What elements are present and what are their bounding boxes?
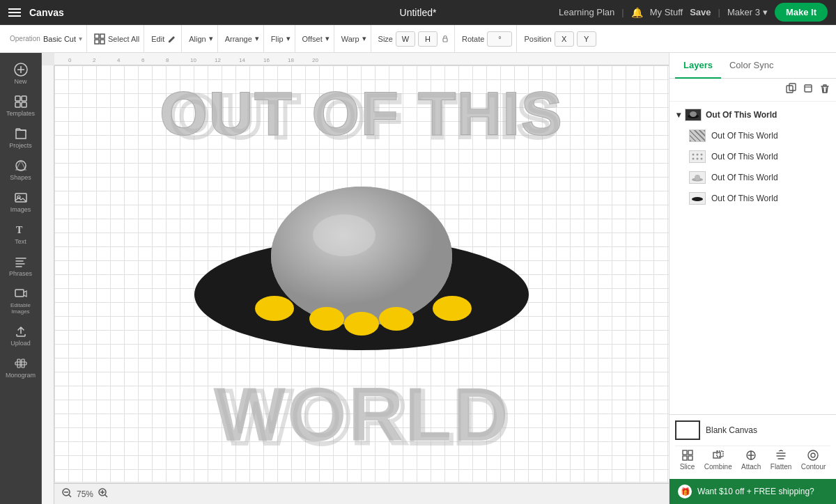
canvas-grid[interactable]: OUT OF THIS OUT OF THIS [54, 65, 669, 482]
zoom-in-button[interactable] [98, 487, 109, 501]
svg-point-55 [692, 197, 703, 201]
phrases-icon [14, 255, 28, 269]
operation-group: Operation Basic Cut ▾ [6, 25, 87, 52]
make-it-button[interactable]: Make It [775, 3, 828, 22]
svg-point-47 [692, 154, 695, 156]
position-group: Position [520, 25, 600, 52]
sidebar-item-phrases[interactable]: Phrases [3, 251, 39, 281]
svg-text:WORLD: WORLD [219, 374, 509, 459]
maker-selector[interactable]: Maker 3 ▾ [727, 7, 768, 17]
bell-icon[interactable]: 🔔 [631, 7, 643, 18]
select-all-label: Select All [108, 35, 139, 43]
svg-point-26 [313, 214, 376, 256]
slice-button[interactable]: Slice [680, 449, 695, 471]
rotate-input[interactable] [487, 31, 512, 47]
size-h-input[interactable] [418, 31, 438, 47]
sidebar-item-new[interactable]: New [3, 58, 39, 89]
offset-group[interactable]: Offset ▾ [298, 25, 334, 52]
hamburger-menu[interactable] [8, 8, 21, 17]
promo-text: Want $10 off + FREE shipping? [697, 487, 814, 496]
editable-images-icon [14, 287, 28, 301]
svg-point-54 [695, 175, 700, 180]
layer-item-0[interactable]: Out Of This World [669, 125, 836, 146]
sidebar-item-text[interactable]: T Text [3, 219, 39, 249]
app-title: Canvas [29, 7, 64, 18]
select-all-group[interactable]: Select All [90, 25, 144, 52]
svg-point-50 [692, 158, 695, 160]
svg-rect-58 [683, 456, 687, 460]
svg-point-46 [690, 111, 697, 117]
left-sidebar: New Templates Projects Shapes Images T T… [0, 53, 42, 504]
sidebar-item-upload[interactable]: Upload [3, 320, 39, 351]
svg-rect-11 [22, 102, 26, 107]
edit-group[interactable]: Edit [147, 25, 182, 52]
sidebar-item-projects[interactable]: Projects [3, 123, 39, 153]
layer-name-1: Out Of This World [711, 152, 829, 162]
attach-button[interactable]: Attach [741, 449, 761, 471]
images-icon [14, 191, 28, 205]
sidebar-item-shapes[interactable]: Shapes [3, 155, 39, 185]
select-all-icon [94, 33, 105, 45]
layer-item-2[interactable]: Out Of This World [669, 167, 836, 188]
learning-plan-link[interactable]: Learning Plan [559, 7, 614, 17]
layer-thumb-1 [689, 150, 706, 163]
svg-point-27 [255, 296, 294, 321]
shapes-icon [14, 159, 28, 173]
sidebar-item-templates[interactable]: Templates [3, 90, 39, 121]
canvas-area[interactable]: 0 2 4 6 8 10 12 14 16 18 20 OUT OF THIS … [42, 53, 669, 504]
svg-point-30 [379, 307, 414, 331]
align-group[interactable]: Align ▾ [185, 25, 217, 52]
contour-button[interactable]: Contour [801, 449, 826, 471]
operation-label: Operation [10, 36, 40, 42]
tab-layers[interactable]: Layers [675, 53, 721, 79]
flatten-button[interactable]: Flatten [771, 449, 792, 471]
operation-val: Basic Cut [43, 35, 76, 43]
svg-rect-17 [15, 290, 24, 297]
layer-group-header[interactable]: ▾ Out Of This World [669, 104, 836, 125]
svg-rect-3 [100, 40, 104, 44]
zoom-bar: 75% [54, 483, 669, 504]
warp-group[interactable]: Warp ▾ [337, 25, 371, 52]
combine-button[interactable]: Combine [704, 449, 732, 471]
arrange-group[interactable]: Arrange ▾ [221, 25, 264, 52]
promo-banner[interactable]: 🎁 Want $10 off + FREE shipping? [669, 479, 836, 504]
ruler-top: 0 2 4 6 8 10 12 14 16 18 20 [54, 53, 669, 65]
svg-rect-4 [443, 38, 447, 42]
rotate-group: Rotate [458, 25, 517, 52]
save-link[interactable]: Save [690, 7, 711, 17]
panel-copy-button[interactable] [803, 83, 814, 97]
flip-group[interactable]: Flip ▾ [267, 25, 295, 52]
offset-label: Offset [302, 35, 323, 43]
blank-canvas-thumb [675, 420, 700, 440]
layer-name-0: Out Of This World [711, 131, 829, 141]
layer-item-3[interactable]: Out Of This World [669, 188, 836, 209]
svg-rect-9 [22, 96, 26, 101]
tab-color-sync[interactable]: Color Sync [721, 53, 782, 79]
toolbar: Operation Basic Cut ▾ Select All Edit Al… [0, 25, 836, 53]
zoom-level: 75% [77, 489, 93, 499]
sidebar-item-monogram[interactable]: Monogram [3, 352, 39, 383]
layer-thumb-3 [689, 192, 706, 205]
position-x-input[interactable] [555, 31, 574, 47]
layers-list: ▾ Out Of This World Out Of This World Ou… [669, 102, 836, 414]
zoom-out-button[interactable] [61, 487, 72, 501]
layer-item-1[interactable]: Out Of This World [669, 146, 836, 167]
sidebar-item-editable-images[interactable]: Editable Images [3, 283, 39, 319]
my-stuff-link[interactable]: My Stuff [650, 7, 683, 17]
svg-point-49 [701, 154, 703, 156]
position-label: Position [524, 35, 551, 43]
size-w-input[interactable] [396, 31, 415, 47]
svg-point-31 [433, 296, 472, 321]
sidebar-item-images[interactable]: Images [3, 187, 39, 217]
svg-rect-56 [683, 450, 687, 455]
svg-rect-8 [15, 96, 20, 101]
position-y-input[interactable] [577, 31, 596, 47]
panel-duplicate-button[interactable] [786, 83, 797, 97]
upload-icon [14, 324, 28, 338]
layer-thumb-0 [689, 129, 706, 142]
svg-text:🎁: 🎁 [681, 487, 690, 496]
top-nav: Canvas Untitled* Learning Plan | 🔔 My St… [0, 0, 836, 25]
panel-delete-button[interactable] [819, 83, 830, 97]
edit-label: Edit [151, 35, 164, 43]
svg-line-35 [69, 495, 72, 498]
